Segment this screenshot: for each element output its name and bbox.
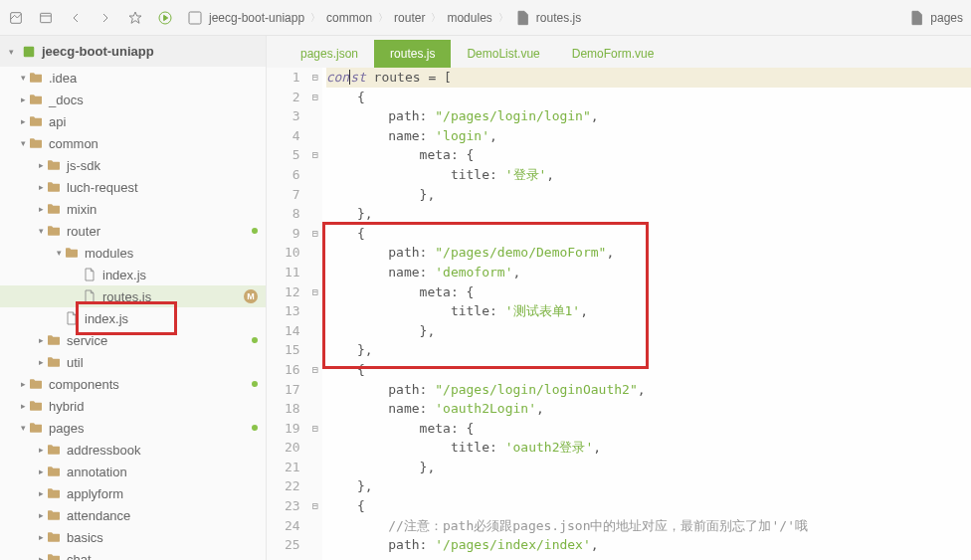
code-line[interactable]: meta: { [326, 145, 971, 165]
fold-marker[interactable]: ⊟ [308, 360, 322, 380]
select-icon[interactable] [8, 10, 24, 26]
tree-item-common[interactable]: ▾common [0, 132, 266, 154]
line-number[interactable]: 5 [285, 145, 300, 165]
tree-item-chat[interactable]: ▸chat [0, 548, 266, 560]
fold-marker[interactable]: ⊟ [308, 496, 322, 516]
line-number[interactable]: 1 [285, 68, 300, 88]
code-line[interactable]: { [326, 360, 971, 380]
chevron-icon[interactable]: ▾ [18, 73, 28, 83]
fold-marker[interactable]: ⊟ [308, 419, 322, 439]
code-line[interactable]: { [326, 496, 971, 516]
nav-back-icon[interactable] [68, 10, 84, 26]
fold-marker[interactable]: ⊟ [308, 282, 322, 302]
line-number[interactable]: 3 [285, 106, 300, 126]
code-line[interactable]: title: '测试表单1', [326, 301, 971, 321]
code-line[interactable]: { [326, 224, 971, 244]
chevron-down-icon[interactable]: ▾ [6, 47, 16, 57]
chevron-icon[interactable]: ▸ [36, 357, 46, 367]
chevron-icon[interactable]: ▸ [36, 510, 46, 520]
line-number[interactable]: 18 [285, 399, 300, 419]
tree-item-basics[interactable]: ▸basics [0, 526, 266, 548]
fold-marker[interactable]: ⊟ [308, 224, 322, 244]
line-number[interactable]: 20 [285, 438, 300, 458]
line-number[interactable]: 16 [285, 360, 300, 380]
line-number[interactable]: 7 [285, 185, 300, 205]
fold-marker[interactable]: ⊟ [308, 68, 322, 88]
chevron-icon[interactable]: ▾ [54, 248, 64, 258]
line-number[interactable]: 22 [285, 476, 300, 496]
code-line[interactable]: name: 'login', [326, 126, 971, 146]
code-line[interactable]: path: "/pages/login/login", [326, 106, 971, 126]
breadcrumb-item[interactable]: common [326, 11, 372, 25]
code-line[interactable]: name: 'demoform', [326, 263, 971, 282]
line-number[interactable]: 25 [285, 535, 300, 555]
code-line[interactable]: meta: { [326, 282, 971, 302]
fold-marker[interactable]: ⊟ [308, 88, 322, 107]
tree-item-mixin[interactable]: ▸mixin [0, 198, 266, 220]
code-line[interactable]: }, [326, 185, 971, 205]
tree-item--idea[interactable]: ▾.idea [0, 67, 266, 89]
code-line[interactable]: }, [326, 458, 971, 477]
line-number[interactable]: 6 [285, 165, 300, 185]
tree-item-router[interactable]: ▾router [0, 220, 266, 242]
chevron-icon[interactable]: ▸ [18, 94, 28, 104]
tree-item-applyform[interactable]: ▸applyform [0, 482, 266, 504]
code-line[interactable]: }, [326, 340, 971, 360]
chevron-icon[interactable]: ▸ [18, 116, 28, 126]
chevron-icon[interactable]: ▸ [36, 335, 46, 345]
code-line[interactable]: //注意：path必须跟pages.json中的地址对应，最前面别忘了加'/'哦 [326, 516, 971, 536]
breadcrumb-item[interactable]: jeecg-boot-uniapp [209, 11, 304, 25]
tree-item-attendance[interactable]: ▸attendance [0, 504, 266, 526]
breadcrumb[interactable]: jeecg-boot-uniapp〉 common〉 router〉 modul… [187, 10, 581, 26]
project-root[interactable]: ▾ jeecg-boot-uniapp [0, 36, 266, 67]
project-sidebar[interactable]: ▾ jeecg-boot-uniapp ▾.idea▸_docs▸api▾com… [0, 36, 267, 560]
star-icon[interactable] [127, 10, 143, 26]
tree-item-routes-js[interactable]: routes.jsM [0, 285, 266, 307]
tab-DemoList-vue[interactable]: DemoList.vue [451, 40, 555, 68]
tree-item-util[interactable]: ▸util [0, 351, 266, 373]
line-number[interactable]: 19 [285, 419, 300, 439]
chevron-icon[interactable]: ▸ [36, 160, 46, 170]
chevron-icon[interactable]: ▸ [36, 554, 46, 560]
tree-item-luch-request[interactable]: ▸luch-request [0, 176, 266, 198]
line-number[interactable]: 4 [285, 126, 300, 146]
tree-item-modules[interactable]: ▾modules [0, 242, 266, 264]
line-number[interactable]: 13 [285, 301, 300, 321]
tree-item-api[interactable]: ▸api [0, 110, 266, 132]
nav-forward-icon[interactable] [97, 10, 113, 26]
code-line[interactable]: title: '登录', [326, 165, 971, 185]
chevron-icon[interactable]: ▾ [18, 423, 28, 433]
fold-marker[interactable]: ⊟ [308, 145, 322, 165]
chevron-icon[interactable]: ▸ [18, 379, 28, 389]
code-line[interactable]: const routes = [ [326, 68, 971, 88]
chevron-icon[interactable]: ▾ [36, 226, 46, 236]
code-line[interactable]: { [326, 88, 971, 107]
code-line[interactable]: }, [326, 476, 971, 496]
tree-item-hybrid[interactable]: ▸hybrid [0, 395, 266, 417]
tree-item-service[interactable]: ▸service [0, 329, 266, 351]
line-number[interactable]: 14 [285, 321, 300, 341]
chevron-icon[interactable]: ▸ [36, 488, 46, 498]
tree-item-annotation[interactable]: ▸annotation [0, 461, 266, 482]
code-line[interactable]: path: '/pages/index/index', [326, 535, 971, 555]
chevron-icon[interactable]: ▸ [36, 182, 46, 192]
line-number[interactable]: 10 [285, 243, 300, 263]
tab-pages-json[interactable]: pages.json [285, 40, 374, 68]
chevron-icon[interactable]: ▸ [18, 401, 28, 411]
line-number[interactable]: 8 [285, 204, 300, 224]
play-icon[interactable] [157, 10, 173, 26]
code-line[interactable]: path: "/pages/login/loginOauth2", [326, 380, 971, 400]
line-number[interactable]: 24 [285, 516, 300, 536]
tree-item-pages[interactable]: ▾pages [0, 417, 266, 439]
auxiliary-tab[interactable]: pages [908, 10, 963, 26]
tree-item-addressbook[interactable]: ▸addressbook [0, 439, 266, 461]
tree-item-index-js[interactable]: index.js [0, 307, 266, 329]
breadcrumb-item[interactable]: router [394, 11, 425, 25]
code-line[interactable]: meta: { [326, 419, 971, 439]
tree-item-index-js[interactable]: index.js [0, 264, 266, 285]
source[interactable]: const routes = [ { path: "/pages/login/l… [322, 68, 971, 560]
chevron-icon[interactable]: ▾ [18, 138, 28, 148]
breadcrumb-item[interactable]: modules [447, 11, 491, 25]
code-line[interactable]: title: 'oauth2登录', [326, 438, 971, 458]
chevron-icon[interactable]: ▸ [36, 532, 46, 542]
